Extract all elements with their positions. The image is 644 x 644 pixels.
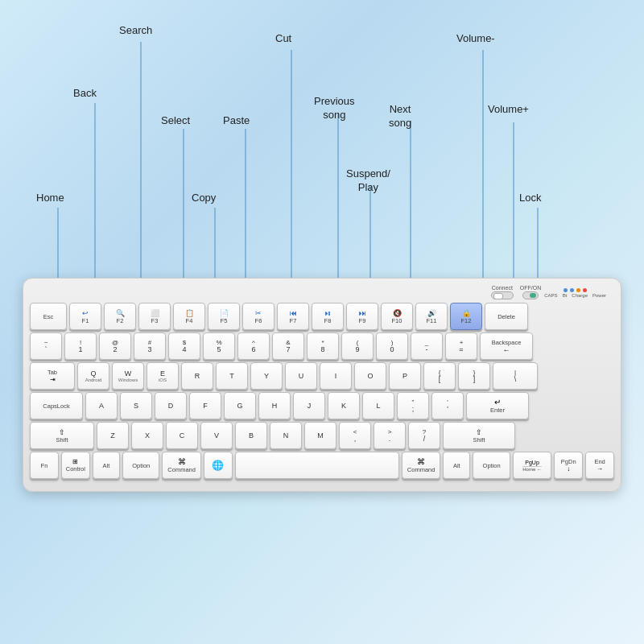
- key-8[interactable]: * 8: [307, 332, 339, 360]
- key-l[interactable]: L: [362, 392, 394, 419]
- key-f7[interactable]: ⏮ F7: [277, 303, 309, 330]
- key-v[interactable]: V: [200, 422, 233, 449]
- key-f[interactable]: F: [189, 392, 221, 419]
- key-4[interactable]: $ 4: [168, 332, 200, 360]
- key-9[interactable]: ( 9: [341, 332, 374, 360]
- key-backspace[interactable]: Backspace ←: [480, 332, 533, 360]
- key-k[interactable]: K: [328, 392, 360, 419]
- function-row: Esc ↩ F1 🔍 F2 ⬜ F3 📋 F4 📄 F5: [30, 303, 614, 330]
- label-suspend-play: Suspend/Play: [346, 167, 390, 195]
- onoff-switch[interactable]: OFF/ON: [520, 285, 541, 299]
- label-cut: Cut: [275, 32, 291, 46]
- indicator-dots: [564, 288, 587, 292]
- key-home-pgup[interactable]: PgUp Home ←: [513, 452, 551, 479]
- key-fn[interactable]: Fn: [30, 452, 59, 479]
- label-paste: Paste: [223, 114, 250, 128]
- key-space[interactable]: [235, 452, 399, 479]
- key-f6[interactable]: ✂ F6: [242, 303, 275, 330]
- key-f5[interactable]: 📄 F5: [208, 303, 240, 330]
- key-tab[interactable]: Tab ⇥: [30, 362, 75, 390]
- key-command-left[interactable]: ⌘ Command: [162, 452, 200, 479]
- bottom-row: Fn ⊞ Control Alt Option ⌘ Command 🌐: [30, 452, 614, 479]
- key-z[interactable]: Z: [97, 422, 129, 449]
- key-h[interactable]: H: [258, 392, 291, 419]
- key-f9[interactable]: ⏭ F9: [346, 303, 378, 330]
- label-previous-song: Previoussong: [314, 95, 355, 122]
- key-d[interactable]: D: [155, 392, 187, 419]
- label-volume-minus: Volume-: [456, 32, 495, 46]
- key-f10[interactable]: 🔇 F10: [381, 303, 413, 330]
- key-gt[interactable]: > .: [374, 422, 406, 449]
- key-t[interactable]: T: [216, 362, 248, 390]
- key-f12[interactable]: 🔒 F12: [450, 303, 482, 330]
- key-control[interactable]: ⊞ Control: [61, 452, 90, 479]
- key-w[interactable]: W Windows: [112, 362, 144, 390]
- key-semicolon[interactable]: " ;: [397, 392, 429, 419]
- key-tilde[interactable]: ~ `: [30, 332, 62, 360]
- key-enter[interactable]: ↵ Enter: [466, 392, 529, 419]
- key-f3[interactable]: ⬜ F3: [138, 303, 171, 330]
- key-y[interactable]: Y: [250, 362, 283, 390]
- dot-charge: [576, 288, 580, 292]
- charge-label: Charge: [572, 293, 588, 298]
- label-home: Home: [36, 192, 64, 205]
- key-f1[interactable]: ↩ F1: [69, 303, 101, 330]
- connect-switch[interactable]: Connect: [491, 285, 514, 299]
- key-lbrace[interactable]: { [: [423, 362, 456, 390]
- key-u[interactable]: U: [285, 362, 317, 390]
- key-7[interactable]: & 7: [272, 332, 304, 360]
- zxcv-row: ⇧ Shift Z X C V B N M < , > . ? / ⇧: [30, 422, 614, 449]
- key-quote[interactable]: ' ': [431, 392, 464, 419]
- key-minus[interactable]: _ -: [411, 332, 443, 360]
- key-n[interactable]: N: [270, 422, 302, 449]
- key-c[interactable]: C: [166, 422, 198, 449]
- key-lt[interactable]: < ,: [339, 422, 371, 449]
- label-lock: Lock: [519, 192, 541, 205]
- key-option-right[interactable]: Option: [473, 452, 510, 479]
- key-0[interactable]: ) 0: [376, 332, 408, 360]
- key-6[interactable]: ^ 6: [237, 332, 270, 360]
- key-2[interactable]: @ 2: [99, 332, 131, 360]
- key-o[interactable]: O: [354, 362, 386, 390]
- key-3[interactable]: # 3: [134, 332, 166, 360]
- key-r[interactable]: R: [181, 362, 213, 390]
- key-b[interactable]: B: [235, 422, 267, 449]
- key-m[interactable]: M: [304, 422, 336, 449]
- key-1[interactable]: ! 1: [64, 332, 97, 360]
- key-f11[interactable]: 🔊 F11: [415, 303, 448, 330]
- key-e[interactable]: E iOS: [147, 362, 179, 390]
- key-f8[interactable]: ⏯ F8: [312, 303, 344, 330]
- key-x[interactable]: X: [131, 422, 163, 449]
- key-option-left[interactable]: Option: [122, 452, 160, 479]
- key-p[interactable]: P: [389, 362, 421, 390]
- key-delete[interactable]: Delete: [485, 303, 528, 330]
- key-capslock[interactable]: CapsLock: [30, 392, 83, 419]
- key-shift-left[interactable]: ⇧ Shift: [30, 422, 94, 449]
- key-alt-left[interactable]: Alt: [93, 452, 120, 479]
- key-slash[interactable]: ? /: [408, 422, 440, 449]
- key-5[interactable]: % 5: [203, 332, 235, 360]
- key-g[interactable]: G: [224, 392, 256, 419]
- key-j[interactable]: J: [293, 392, 325, 419]
- caps-label: CAPS: [544, 293, 557, 298]
- key-i[interactable]: I: [320, 362, 352, 390]
- key-s[interactable]: S: [120, 392, 152, 419]
- key-alt-right[interactable]: Alt: [443, 452, 470, 479]
- key-rbrace[interactable]: } ]: [458, 362, 490, 390]
- key-command-right[interactable]: ⌘ Command: [402, 452, 440, 479]
- keyboard-top-bar: Connect OFF/ON CAPS Bt Cha: [30, 285, 614, 299]
- asdf-row: CapsLock A S D F G H J K L " ; ' ' ↵ Ent…: [30, 392, 614, 419]
- label-next-song: Nextsong: [389, 103, 411, 130]
- key-f4[interactable]: 📋 F4: [173, 303, 205, 330]
- key-a[interactable]: A: [85, 392, 118, 419]
- key-end[interactable]: End →: [585, 452, 614, 479]
- key-esc[interactable]: Esc: [30, 303, 67, 330]
- key-globe[interactable]: 🌐: [204, 452, 233, 479]
- key-q[interactable]: Q Android: [77, 362, 109, 390]
- key-equals[interactable]: + =: [445, 332, 477, 360]
- key-shift-right[interactable]: ⇧ Shift: [443, 422, 515, 449]
- key-f2[interactable]: 🔍 F2: [104, 303, 136, 330]
- label-volume-plus: Volume+: [488, 103, 529, 117]
- key-backslash[interactable]: | \: [493, 362, 538, 390]
- key-pgdn[interactable]: PgDn ↓: [554, 452, 583, 479]
